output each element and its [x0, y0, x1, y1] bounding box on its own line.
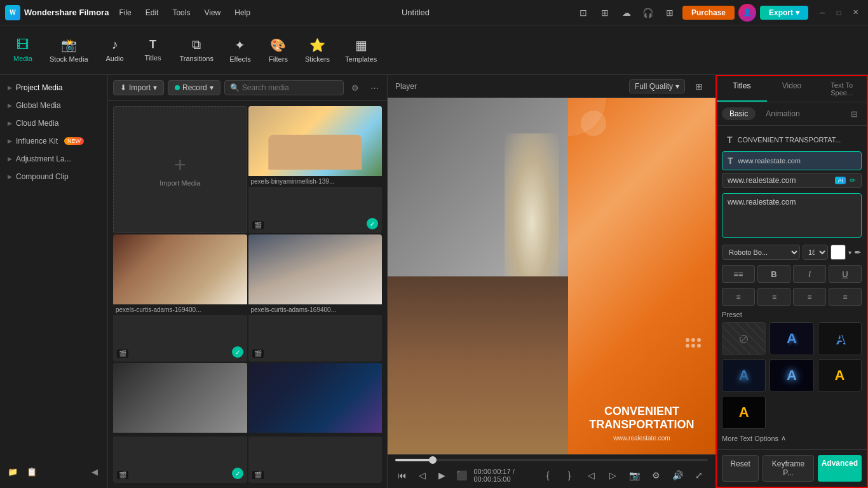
- more-icon[interactable]: ⋯: [367, 80, 382, 95]
- search-input[interactable]: [242, 83, 338, 92]
- cloud-icon[interactable]: ☁: [618, 4, 635, 22]
- chevron-down-icon[interactable]: ▾: [848, 249, 851, 256]
- tab-titles[interactable]: Titles: [717, 76, 767, 102]
- menu-edit[interactable]: Edit: [139, 6, 165, 20]
- menu-tools[interactable]: Tools: [166, 6, 196, 20]
- preset-item-2[interactable]: A: [818, 322, 862, 355]
- sidebar-item-compound-clip[interactable]: ▶ Compound Clip: [0, 168, 107, 186]
- sidebar-item-adjustment[interactable]: ▶ Adjustment La...: [0, 150, 107, 168]
- toolbar-titles[interactable]: T Titles: [135, 34, 171, 65]
- tab-video[interactable]: Video: [767, 76, 817, 102]
- export-button[interactable]: Export ▾: [760, 6, 808, 20]
- preset-item-none[interactable]: ⊘: [722, 322, 766, 355]
- keyframe-button[interactable]: Keyframe P...: [763, 455, 813, 482]
- sidebar-item-cloud-media[interactable]: ▶ Cloud Media: [0, 114, 107, 132]
- prev-frame-icon[interactable]: ◁: [582, 466, 600, 484]
- settings-icon[interactable]: ⚙: [647, 466, 665, 484]
- toolbar-stock-media[interactable]: 📸 Stock Media: [43, 34, 95, 67]
- headphone-icon[interactable]: 🎧: [639, 4, 657, 22]
- grid-icon[interactable]: ⊞: [661, 4, 679, 22]
- menu-view[interactable]: View: [198, 6, 227, 20]
- mark-out-icon[interactable]: }: [560, 466, 578, 484]
- progress-bar[interactable]: [395, 459, 708, 461]
- sidebar-item-influence-kit[interactable]: ▶ Influence Kit NEW: [0, 132, 107, 150]
- text-textarea[interactable]: www.realestate.com: [722, 193, 862, 238]
- preset-item-4[interactable]: A: [770, 359, 813, 392]
- mark-in-icon[interactable]: {: [539, 466, 557, 484]
- color-picker[interactable]: [831, 245, 846, 260]
- italic-button[interactable]: I: [793, 265, 826, 283]
- preset-item-3[interactable]: A: [722, 359, 766, 392]
- reset-button[interactable]: Reset: [722, 455, 759, 482]
- add-folder-icon[interactable]: 📁: [5, 464, 20, 479]
- media-label: Media: [13, 55, 32, 62]
- preset-item-1[interactable]: A: [770, 322, 813, 355]
- player-header: Player Full Quality ▾ ⊞: [388, 75, 715, 98]
- record-button[interactable]: Record ▾: [168, 80, 220, 95]
- font-family-select[interactable]: Roboto Bo...: [722, 245, 800, 260]
- import-button[interactable]: ⬇ Import ▾: [113, 80, 164, 95]
- toolbar-filters[interactable]: 🎨 Filters: [261, 34, 296, 67]
- align-right-button[interactable]: ≡: [793, 288, 826, 306]
- media-icon: 🎞: [17, 37, 29, 52]
- toolbar-stickers[interactable]: ⭐ Stickers: [299, 34, 336, 67]
- maximize-button[interactable]: □: [831, 5, 846, 20]
- step-back-icon[interactable]: ◁: [415, 466, 430, 484]
- preset-item-5[interactable]: A: [818, 359, 862, 392]
- underline-button[interactable]: U: [829, 265, 862, 283]
- text-field[interactable]: [728, 176, 831, 185]
- filter-icon[interactable]: ⚙: [348, 80, 363, 95]
- title-item-2[interactable]: T www.realestate.com: [722, 151, 862, 170]
- subtab-basic[interactable]: Basic: [722, 107, 756, 120]
- add-media-icon[interactable]: 📋: [24, 464, 39, 479]
- volume-icon[interactable]: 🔊: [668, 466, 686, 484]
- next-frame-icon[interactable]: ▷: [604, 466, 621, 484]
- purchase-button[interactable]: Purchase: [682, 6, 735, 20]
- toolbar-templates[interactable]: ▦ Templates: [339, 34, 383, 67]
- search-box[interactable]: 🔍: [224, 80, 344, 95]
- eyedropper-icon[interactable]: ✒: [854, 247, 862, 257]
- quality-selector[interactable]: Full Quality ▾: [629, 79, 685, 93]
- sidebar-item-project-media[interactable]: ▶ Project Media: [0, 79, 107, 97]
- text-input-row[interactable]: AI ✏: [722, 173, 862, 188]
- import-media-cell[interactable]: + Import Media: [113, 106, 247, 233]
- list-item[interactable]: 🎬 pexels-curtis-adams-169400...: [248, 234, 383, 362]
- fullscreen-icon[interactable]: ⊞: [690, 78, 708, 95]
- toolbar-transitions[interactable]: ⧉ Transitions: [173, 34, 220, 66]
- list-item[interactable]: ✓ 🎬 pexels-binyaminmellish-139...: [248, 106, 383, 233]
- bold-button[interactable]: B: [757, 265, 790, 283]
- layout-icon[interactable]: ⊟: [846, 106, 862, 121]
- avatar[interactable]: 👤: [738, 4, 756, 22]
- toolbar-media[interactable]: 🎞 Media: [5, 34, 41, 66]
- advanced-button[interactable]: Advanced: [818, 455, 862, 482]
- subtab-animation[interactable]: Animation: [758, 107, 807, 120]
- snapshot-icon[interactable]: ⊞: [596, 4, 614, 22]
- tab-text-to-speech[interactable]: Text To Spee...: [817, 76, 867, 102]
- more-text-options[interactable]: More Text Options ∧: [722, 434, 862, 442]
- columns-button[interactable]: ≡≡: [722, 265, 755, 283]
- toolbar-effects[interactable]: ✦ Effects: [222, 34, 258, 67]
- minimize-player-icon[interactable]: ⊡: [574, 4, 592, 22]
- sidebar-item-global-media[interactable]: ▶ Global Media: [0, 97, 107, 114]
- toolbar-audio[interactable]: ♪ Audio: [97, 34, 133, 66]
- minimize-button[interactable]: ─: [815, 5, 830, 20]
- fullscreen-expand-icon[interactable]: ⤢: [690, 466, 708, 484]
- align-justify-button[interactable]: ≡: [829, 288, 862, 306]
- menu-help[interactable]: Help: [228, 6, 257, 20]
- play-button[interactable]: ▶: [435, 466, 449, 484]
- align-left-button[interactable]: ≡: [722, 288, 755, 306]
- list-item[interactable]: ✓ 🎬: [113, 363, 247, 483]
- stop-button[interactable]: ⬛: [454, 466, 469, 484]
- align-center-button[interactable]: ≡: [757, 288, 790, 306]
- collapse-panel-icon[interactable]: ◀: [87, 464, 102, 479]
- close-button[interactable]: ✕: [848, 5, 863, 20]
- title-item-1[interactable]: T CONVENIENT TRANSPORTAT...: [722, 131, 862, 149]
- edit-icon[interactable]: ✏: [850, 176, 856, 185]
- camera-icon[interactable]: 📷: [625, 466, 643, 484]
- skip-back-icon[interactable]: ⏮: [395, 466, 410, 484]
- list-item[interactable]: ✓ 🎬 pexels-curtis-adams-169400...: [113, 234, 247, 362]
- menu-file[interactable]: File: [112, 6, 137, 20]
- preset-item-6[interactable]: A: [722, 396, 766, 429]
- font-size-select[interactable]: 18: [803, 245, 828, 260]
- list-item[interactable]: 🎬: [248, 363, 383, 483]
